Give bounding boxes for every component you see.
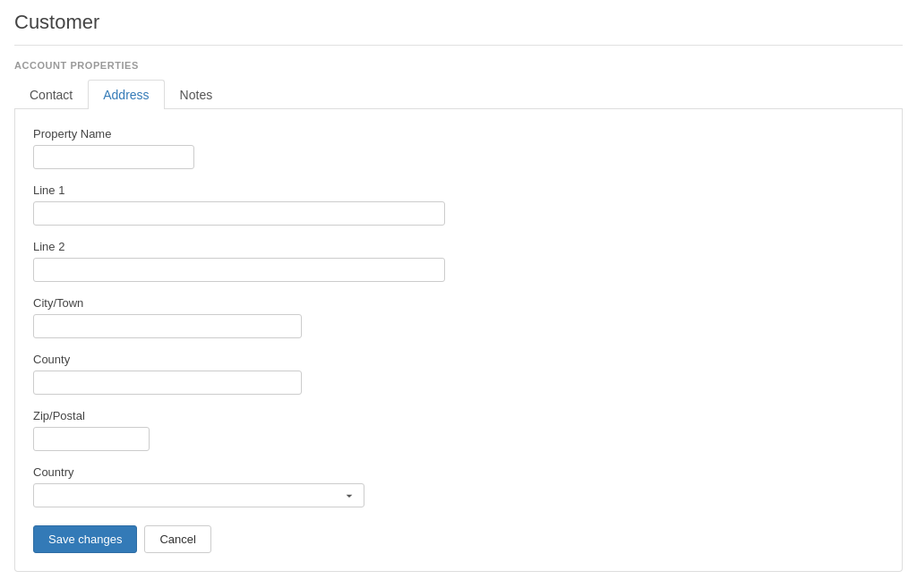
field-zip-postal: Zip/Postal [33,409,884,451]
page-title: Customer [14,11,903,46]
tab-contact[interactable]: Contact [14,80,88,109]
label-country: Country [33,465,884,479]
tabs-container: Contact Address Notes [14,80,903,109]
label-line1: Line 1 [33,183,884,197]
label-zip-postal: Zip/Postal [33,409,884,422]
label-county: County [33,353,884,366]
field-property-name: Property Name [33,127,884,169]
select-country[interactable] [33,483,364,507]
save-button[interactable]: Save changes [33,525,137,553]
button-row: Save changes Cancel [33,525,884,553]
tab-notes[interactable]: Notes [165,80,228,109]
field-line1: Line 1 [33,183,884,226]
label-city-town: City/Town [33,296,884,310]
label-line2: Line 2 [33,240,884,253]
field-county: County [33,353,884,395]
section-label: ACCOUNT PROPERTIES [14,60,903,71]
cancel-button[interactable]: Cancel [144,525,210,553]
input-zip-postal[interactable] [33,427,150,451]
field-line2: Line 2 [33,240,884,282]
input-line2[interactable] [33,258,445,282]
form-panel: Property Name Line 1 Line 2 City/Town Co… [14,109,903,572]
field-city-town: City/Town [33,296,884,338]
input-property-name[interactable] [33,145,194,169]
input-city-town[interactable] [33,314,302,338]
tab-address[interactable]: Address [88,80,164,109]
input-county[interactable] [33,371,302,395]
input-line1[interactable] [33,201,445,226]
label-property-name: Property Name [33,127,884,141]
field-country: Country [33,465,884,507]
